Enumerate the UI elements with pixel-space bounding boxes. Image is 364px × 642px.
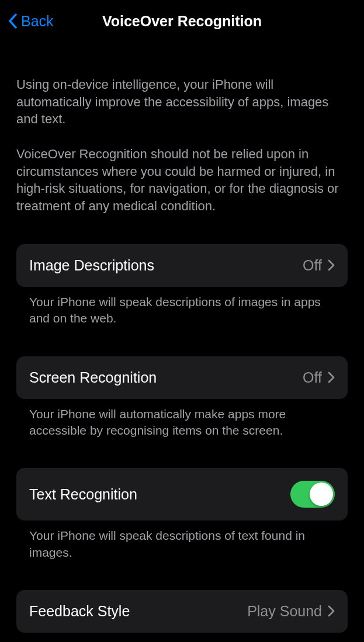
back-label: Back [21,13,54,30]
feedback-style-value: Play Sound [247,603,322,620]
feedback-style-value-group: Play Sound [247,603,335,620]
feedback-style-row[interactable]: Feedback Style Play Sound [16,590,348,633]
screen-recognition-row[interactable]: Screen Recognition Off [16,356,348,399]
chevron-left-icon [7,12,19,30]
feedback-style-label: Feedback Style [29,603,130,620]
intro-description: Using on-device intelligence, your iPhon… [16,76,348,215]
text-recognition-toggle[interactable] [290,481,335,508]
screen-recognition-value: Off [303,369,322,386]
intro-paragraph-2: VoiceOver Recognition should not be reli… [16,145,348,215]
screen-recognition-footer: Your iPhone will automatically make apps… [16,399,348,439]
screen-recognition-value-group: Off [303,369,335,386]
image-descriptions-value: Off [303,257,322,274]
image-descriptions-footer: Your iPhone will speak descriptions of i… [16,287,348,327]
intro-paragraph-1: Using on-device intelligence, your iPhon… [16,76,348,128]
image-descriptions-value-group: Off [303,257,335,274]
text-recognition-row: Text Recognition [16,468,348,520]
navigation-bar: Back VoiceOver Recognition [0,0,364,42]
chevron-right-icon [328,372,335,383]
image-descriptions-label: Image Descriptions [29,257,154,274]
feedback-style-footer: Output options for VoiceOver Recognition… [16,633,348,642]
toggle-knob [310,483,333,506]
back-button[interactable]: Back [7,12,54,30]
text-recognition-label: Text Recognition [29,486,137,503]
chevron-right-icon [328,259,335,271]
image-descriptions-row[interactable]: Image Descriptions Off [16,244,348,287]
page-title: VoiceOver Recognition [0,13,364,30]
screen-recognition-label: Screen Recognition [29,369,157,386]
chevron-right-icon [328,605,335,617]
text-recognition-footer: Your iPhone will speak descriptions of t… [16,520,348,561]
